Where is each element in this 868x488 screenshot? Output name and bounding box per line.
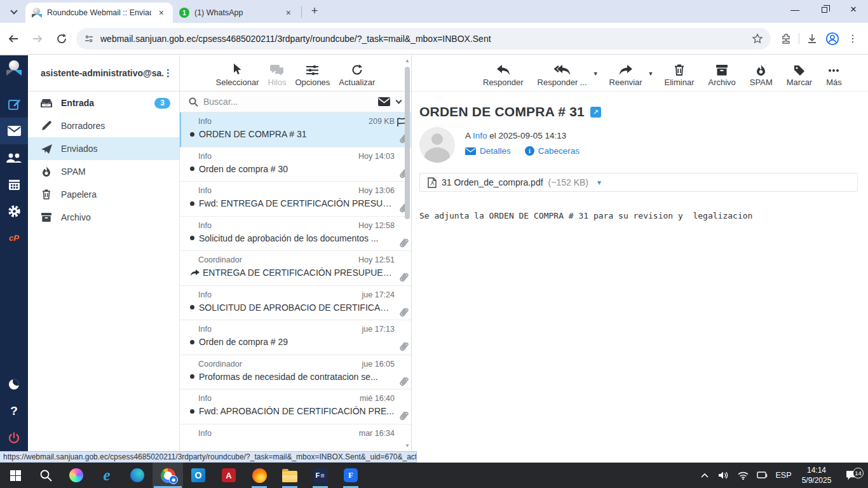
mark-button[interactable]: Marcar <box>782 65 817 87</box>
unread-dot-icon <box>190 340 194 344</box>
folder-entrada[interactable]: Entrada 3 <box>28 92 179 114</box>
site-settings-icon[interactable] <box>84 34 94 44</box>
wifi-icon[interactable] <box>735 471 751 480</box>
message-row[interactable]: InfoHoy 12:58Solicitud de aprobación de … <box>180 217 411 252</box>
refresh-button[interactable]: Actualizar <box>339 64 375 87</box>
tray-chevron-icon[interactable] <box>696 473 713 478</box>
copilot-icon[interactable] <box>61 463 92 488</box>
tab-close-icon[interactable]: × <box>156 8 166 18</box>
back-button[interactable] <box>3 28 24 50</box>
chrome-icon[interactable]: ☻ <box>153 463 183 488</box>
message-row[interactable]: InfoHoy 14:03Orden de compra # 30 <box>180 147 411 182</box>
contacts-nav-icon[interactable] <box>0 144 28 171</box>
outlook-icon[interactable]: O <box>183 463 214 488</box>
list-scrollbar[interactable]: ▲ ▼ <box>404 58 410 449</box>
tab-roundcube[interactable]: Roundcube Webmail :: Enviados × <box>25 3 173 23</box>
address-bar[interactable]: webmail.sanjuan.gob.ec/cpsess4685020211/… <box>76 28 771 50</box>
restore-button[interactable] <box>810 0 839 19</box>
message-row[interactable]: InfoHoy 13:06Fwd: ENTREGA DE CERTIFICACI… <box>180 182 411 217</box>
open-in-new-window-icon[interactable]: ↗ <box>590 107 601 118</box>
firefox-icon[interactable] <box>244 463 275 488</box>
more-button[interactable]: Más <box>822 65 846 87</box>
forward-button[interactable]: Reenviar <box>605 65 647 87</box>
bookmark-star-icon[interactable] <box>752 33 763 44</box>
minimize-button[interactable]: — <box>780 0 810 19</box>
folder-archivo[interactable]: Archivo <box>28 206 179 229</box>
app-f-dark-icon[interactable]: F≡ <box>305 463 336 488</box>
downloads-icon[interactable] <box>802 29 822 49</box>
compose-button[interactable] <box>0 91 28 118</box>
forward-button[interactable] <box>27 28 48 50</box>
internet-explorer-icon[interactable]: e <box>92 463 122 488</box>
calendar-nav-icon[interactable] <box>0 171 28 198</box>
attachment-name[interactable]: 31 Orden_de_compra.pdf <box>442 177 543 187</box>
cpanel-logo-icon[interactable]: cP <box>0 224 28 251</box>
help-icon[interactable]: ? <box>0 398 28 424</box>
folder-enviados[interactable]: Enviados <box>28 137 179 160</box>
taskbar-search-icon[interactable] <box>31 463 61 488</box>
start-button[interactable] <box>0 463 31 488</box>
headers-link[interactable]: i Cabeceras <box>525 146 580 156</box>
reply-all-button[interactable]: Responder ... <box>533 65 592 87</box>
attachment-bar[interactable]: 31 Orden_de_compra.pdf (~152 KB) ▼ <box>419 173 858 192</box>
forward-menu-caret-icon[interactable]: ▼ <box>648 71 654 77</box>
language-indicator[interactable]: ESP <box>773 471 794 480</box>
message-row[interactable]: Infojue 17:24SOLICITUD DE APROBACIO DE C… <box>180 286 411 321</box>
folder-spam[interactable]: SPAM <box>28 160 179 183</box>
edge-icon[interactable] <box>122 463 153 488</box>
tab-search-chevron-icon[interactable] <box>5 3 23 20</box>
tag-icon <box>794 65 805 76</box>
dark-mode-moon-icon[interactable] <box>0 371 28 398</box>
profile-icon[interactable] <box>822 29 843 49</box>
tab-whatsapp[interactable]: 1 (1) WhatsApp × <box>173 3 300 23</box>
message-row[interactable]: CoordinadorHoy 12:51ENTREGA DE CERTIFICA… <box>180 251 411 286</box>
mail-nav-icon[interactable] <box>0 118 28 144</box>
cast-screen-icon[interactable] <box>754 471 770 480</box>
folder-borradores[interactable]: Borradores <box>28 114 179 137</box>
new-tab-button[interactable]: + <box>307 4 322 18</box>
browser-menu-icon[interactable]: ⋮ <box>843 29 863 49</box>
folder-papelera[interactable]: Papelera <box>28 183 179 206</box>
notification-center-icon[interactable]: 14 <box>839 471 864 480</box>
reload-button[interactable] <box>51 28 72 50</box>
file-explorer-icon[interactable] <box>275 463 305 488</box>
unread-dot-icon <box>190 132 194 137</box>
close-button[interactable]: × <box>839 0 868 19</box>
attachment-menu-caret-icon[interactable]: ▼ <box>596 179 602 186</box>
recipient-line: A Info el 2025-09-05 14:13 <box>465 131 580 140</box>
select-button[interactable]: Seleccionar <box>216 64 259 87</box>
account-menu-icon[interactable]: ⋮ <box>163 67 173 79</box>
options-button[interactable]: Opciones <box>295 65 330 87</box>
reply-button[interactable]: Responder <box>478 65 528 87</box>
archive-button[interactable]: Archivo <box>704 65 740 87</box>
scrollbar-thumb[interactable] <box>405 67 410 219</box>
message-sender: Info <box>198 117 212 126</box>
message-row[interactable]: Info209 KBORDEN DE COMPRA # 31 <box>180 112 411 147</box>
reply-all-menu-caret-icon[interactable]: ▼ <box>593 71 599 77</box>
app-f-blue-icon[interactable]: F <box>336 463 366 488</box>
settings-gear-icon[interactable] <box>0 198 28 224</box>
recipient-link[interactable]: Info <box>473 131 487 140</box>
tab-close-icon[interactable]: × <box>283 8 294 18</box>
logout-power-icon[interactable] <box>0 424 28 451</box>
scroll-down-icon[interactable]: ▼ <box>404 443 410 449</box>
clock[interactable]: 14:14 5/9/2025 <box>797 465 836 485</box>
search-input[interactable] <box>203 97 378 107</box>
message-row[interactable]: Infomar 16:34 <box>180 424 411 452</box>
extensions-icon[interactable] <box>776 29 796 49</box>
acrobat-icon[interactable]: A <box>214 463 244 488</box>
delete-button[interactable]: Eliminar <box>660 64 699 87</box>
message-row[interactable]: Infomié 16:40Fwd: APROBACIÓN DE CERTIFIC… <box>180 390 411 424</box>
message-row[interactable]: Infojue 17:13Orden de compra # 29 <box>180 320 411 355</box>
details-link[interactable]: Detalles <box>465 146 511 156</box>
search-options-chevron-icon[interactable] <box>396 98 402 104</box>
threads-button[interactable]: Hilos <box>268 65 287 87</box>
sender-avatar <box>419 127 455 163</box>
url-text[interactable]: webmail.sanjuan.gob.ec/cpsess4685020211/… <box>100 34 752 44</box>
spam-button[interactable]: SPAM <box>745 65 777 87</box>
volume-icon[interactable] <box>715 471 732 480</box>
message-row[interactable]: Coordinadorjue 16:05Proformas de necesid… <box>180 355 411 390</box>
scroll-up-icon[interactable]: ▲ <box>404 58 410 64</box>
search-scope-mail-icon[interactable] <box>378 97 390 106</box>
message-subject: ORDEN DE COMPRA # 31 <box>419 104 585 119</box>
